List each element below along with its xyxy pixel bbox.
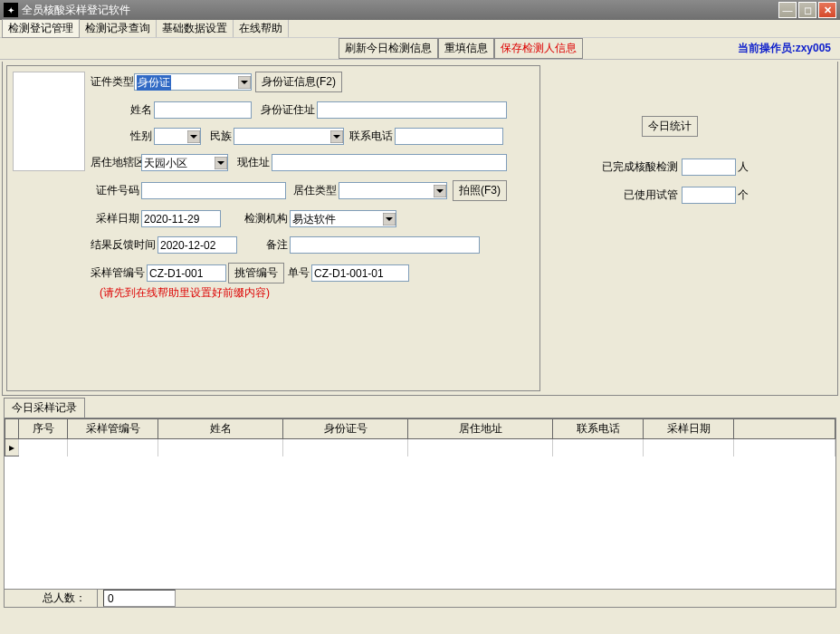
sex-select[interactable] xyxy=(154,128,201,145)
current-operator: 当前操作员:zxy005 xyxy=(738,41,836,56)
window-title: 全员核酸采样登记软件 xyxy=(22,3,778,18)
remark-input[interactable] xyxy=(290,236,480,254)
table-row[interactable]: ▸ xyxy=(5,439,835,456)
curaddr-input[interactable] xyxy=(272,154,507,171)
phone-label: 联系电话 xyxy=(344,129,395,144)
id-info-button[interactable]: 身份证信息(F2) xyxy=(255,72,342,92)
col-addr[interactable]: 居住地址 xyxy=(408,419,553,439)
col-filler xyxy=(734,419,835,439)
form-area: 证件类型 身份证 身份证信息(F2) 姓名 身份证住址 性别 民族 联系电话 xyxy=(6,65,540,391)
tab-today-records[interactable]: 今日采样记录 xyxy=(4,398,85,418)
tube-used-value[interactable] xyxy=(682,187,736,204)
nation-label: 民族 xyxy=(201,129,234,144)
cert-type-label: 证件类型 xyxy=(91,74,134,90)
records-grid[interactable]: 序号 采样管编号 姓名 身份证号 居住地址 联系电话 采样日期 ▸ xyxy=(4,418,836,590)
prefix-hint: (请先到在线帮助里设置好前缀内容) xyxy=(91,285,534,301)
restype-select[interactable] xyxy=(339,182,447,199)
tube-used-label: 已使用试管 xyxy=(598,187,680,203)
photo-button[interactable]: 拍照(F3) xyxy=(453,180,507,201)
menu-help[interactable]: 在线帮助 xyxy=(234,20,289,37)
row-marker-header xyxy=(5,419,19,439)
feedback-label: 结果反馈时间 xyxy=(91,237,158,253)
single-input[interactable] xyxy=(311,264,409,282)
certno-label: 证件号码 xyxy=(91,183,141,198)
title-bar: ✦ 全员核酸采样登记软件 — ◻ ✕ xyxy=(0,0,840,20)
done-value[interactable] xyxy=(682,158,736,176)
done-unit: 人 xyxy=(738,159,749,175)
single-label: 单号 xyxy=(284,265,311,281)
sample-date-input[interactable] xyxy=(141,210,221,227)
menu-bar: 检测登记管理 检测记录查询 基础数据设置 在线帮助 xyxy=(0,20,840,38)
menu-basedata[interactable]: 基础数据设置 xyxy=(157,20,234,37)
col-idno[interactable]: 身份证号 xyxy=(283,419,408,439)
save-button[interactable]: 保存检测人信息 xyxy=(494,38,583,59)
col-name[interactable]: 姓名 xyxy=(158,419,283,439)
feedback-input[interactable] xyxy=(158,236,237,254)
curaddr-label: 现住址 xyxy=(228,155,272,170)
maximize-button[interactable]: ◻ xyxy=(798,2,816,18)
org-select[interactable]: 易达软件 xyxy=(290,210,396,227)
name-label: 姓名 xyxy=(91,102,154,118)
restype-label: 居住类型 xyxy=(286,183,339,198)
col-phone[interactable]: 联系电话 xyxy=(553,419,644,439)
phone-input[interactable] xyxy=(395,128,503,145)
resarea-label: 居住地辖区 xyxy=(91,155,141,170)
total-value: 0 xyxy=(103,590,176,607)
refresh-button[interactable]: 刷新今日检测信息 xyxy=(339,38,438,59)
menu-register[interactable]: 检测登记管理 xyxy=(2,19,80,38)
idaddr-input[interactable] xyxy=(317,101,507,119)
close-button[interactable]: ✕ xyxy=(818,2,836,18)
resarea-select[interactable]: 天园小区 xyxy=(141,154,228,171)
nation-select[interactable] xyxy=(234,128,344,145)
tube-label: 采样管编号 xyxy=(91,265,147,281)
sample-date-label: 采样日期 xyxy=(91,211,141,226)
col-tube[interactable]: 采样管编号 xyxy=(68,419,158,439)
idaddr-label: 身份证住址 xyxy=(252,102,317,118)
tube-pick-button[interactable]: 挑管编号 xyxy=(228,263,284,283)
org-label: 检测机构 xyxy=(221,211,290,226)
tube-input[interactable] xyxy=(147,264,226,282)
reset-button[interactable]: 重填信息 xyxy=(438,38,494,59)
remark-label: 备注 xyxy=(237,237,290,253)
app-icon: ✦ xyxy=(4,3,18,17)
photo-box xyxy=(13,72,85,171)
row-marker: ▸ xyxy=(5,439,19,456)
name-input[interactable] xyxy=(154,101,252,119)
total-label: 总人数： xyxy=(32,590,98,607)
footer-bar: 总人数： 0 xyxy=(4,590,836,608)
certno-input[interactable] xyxy=(141,182,286,199)
stats-panel: 今日统计 已完成核酸检测 人 已使用试管 个 xyxy=(544,62,837,395)
col-date[interactable]: 采样日期 xyxy=(644,419,734,439)
minimize-button[interactable]: — xyxy=(778,2,797,18)
main-panel: 证件类型 身份证 身份证信息(F2) 姓名 身份证住址 性别 民族 联系电话 xyxy=(2,62,838,396)
done-label: 已完成核酸检测 xyxy=(598,159,680,175)
toolbar: 刷新今日检测信息 重填信息 保存检测人信息 当前操作员:zxy005 xyxy=(0,38,840,60)
tube-used-unit: 个 xyxy=(738,187,749,203)
menu-query[interactable]: 检测记录查询 xyxy=(80,20,157,37)
sex-label: 性别 xyxy=(91,129,154,144)
today-stats-button[interactable]: 今日统计 xyxy=(642,116,698,137)
col-seq[interactable]: 序号 xyxy=(19,419,68,439)
